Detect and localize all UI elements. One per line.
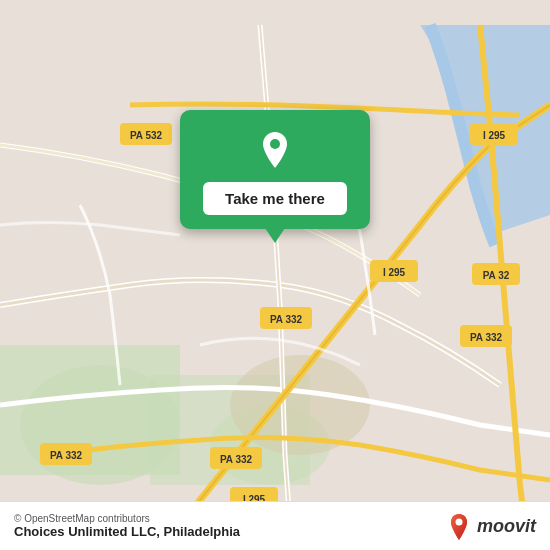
bottom-bar: © OpenStreetMap contributors Choices Unl… [0,501,550,550]
location-pin-icon [253,128,297,172]
svg-text:I 295: I 295 [383,267,406,278]
svg-point-24 [270,139,280,149]
map-attribution: © OpenStreetMap contributors [14,513,240,524]
moovit-brand-icon [445,512,473,540]
svg-text:PA 32: PA 32 [483,270,510,281]
svg-text:PA 332: PA 332 [50,450,83,461]
place-name-label: Choices Unlimited LLC, Philadelphia [14,524,240,539]
svg-text:PA 332: PA 332 [270,314,303,325]
bottom-left-info: © OpenStreetMap contributors Choices Unl… [14,513,240,539]
moovit-logo: moovit [445,512,536,540]
svg-point-3 [20,365,180,485]
svg-text:PA 332: PA 332 [220,454,253,465]
svg-text:I 295: I 295 [483,130,506,141]
svg-point-25 [455,519,462,526]
svg-text:PA 532: PA 532 [130,130,163,141]
moovit-brand-text: moovit [477,516,536,537]
take-me-there-button[interactable]: Take me there [203,182,347,215]
popup-card: Take me there [180,110,370,229]
map-container: PA 532 I 295 PA 32 I 295 PA 332 PA 332 P… [0,0,550,550]
svg-text:PA 332: PA 332 [470,332,503,343]
